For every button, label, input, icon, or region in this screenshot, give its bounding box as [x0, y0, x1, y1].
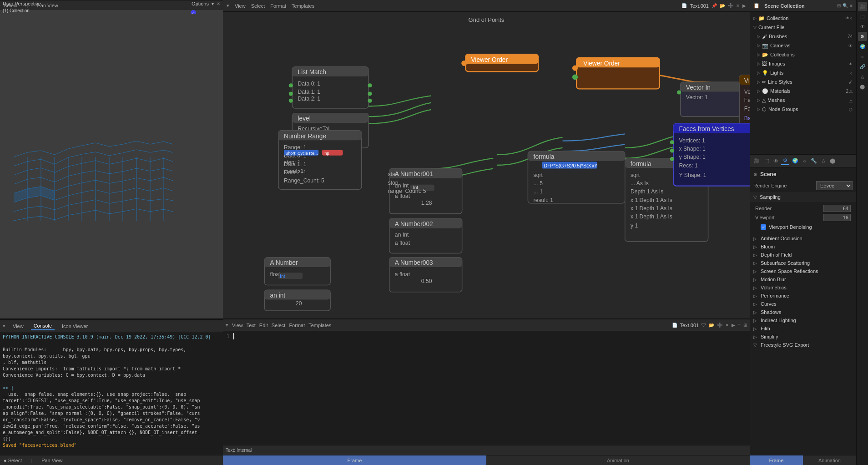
- right-icon-constraints[interactable]: 🔗: [858, 62, 867, 71]
- right-icon-view[interactable]: 👁: [858, 22, 867, 31]
- node-canvas[interactable]: Grid of Points: [223, 12, 750, 318]
- cameras-item[interactable]: ▷ 📷 Cameras 👁: [750, 41, 856, 50]
- te-templates[interactable]: Templates: [308, 323, 331, 328]
- console-menu-icon[interactable]: ▾: [3, 323, 5, 329]
- console-select[interactable]: ● Select: [4, 458, 22, 463]
- camera-eye[interactable]: 👁: [848, 44, 853, 48]
- te-new-icon[interactable]: ➕: [717, 323, 722, 328]
- frame-button[interactable]: Frame: [223, 455, 486, 465]
- materials-item[interactable]: ▷ ⚪ Materials 2 △: [750, 86, 856, 96]
- prop-tab-world[interactable]: 🌍: [790, 157, 800, 165]
- viewport-input[interactable]: [823, 214, 851, 221]
- te-delete-icon[interactable]: ✕: [725, 323, 729, 328]
- ne-open-icon[interactable]: 📂: [720, 3, 725, 8]
- close-icon[interactable]: ✕: [217, 1, 220, 6]
- prop-tab-modifier[interactable]: 🔧: [809, 157, 819, 165]
- performance-section[interactable]: ▷ Performance: [750, 292, 856, 300]
- ne-play-icon[interactable]: ▶: [742, 3, 746, 8]
- ne-delete-icon[interactable]: ✕: [736, 3, 740, 8]
- film-section[interactable]: ▷ Film: [750, 324, 856, 333]
- funnel-icon[interactable]: ≡: [850, 3, 853, 8]
- svg-text:Data 0: 1: Data 0: 1: [298, 81, 321, 87]
- frame-tab-button[interactable]: Frame: [750, 455, 803, 465]
- subsurface-scattering-section[interactable]: ▷ Subsurface Scattering: [750, 259, 856, 267]
- search-icon[interactable]: 🔍: [843, 3, 848, 8]
- prop-tab-scene[interactable]: ⚙: [781, 157, 789, 165]
- prop-tab-object[interactable]: ○: [801, 157, 808, 165]
- right-icon-output[interactable]: ⬚: [858, 12, 867, 21]
- denoising-row: ✓ Viewport Denoising: [755, 223, 851, 231]
- console-body[interactable]: PYTHON INTERACTIVE CONSOLE 3.10.9 (main,…: [0, 332, 223, 455]
- options-button[interactable]: Options: [192, 1, 209, 6]
- render-engine-select[interactable]: Eevee Cycles Workbench: [816, 181, 853, 190]
- svg-text:step: 1: step: 1: [284, 159, 301, 166]
- animation-button[interactable]: Animation: [486, 455, 750, 465]
- sampling-header[interactable]: ▽ Sampling: [750, 192, 856, 202]
- ne-pin-icon[interactable]: 📌: [712, 3, 717, 8]
- render-input[interactable]: [823, 205, 851, 212]
- depth-of-field-section[interactable]: ▷ Depth of Field: [750, 251, 856, 259]
- prop-tab-output[interactable]: ⬚: [762, 157, 771, 165]
- te-edit[interactable]: Edit: [259, 323, 268, 328]
- meshes-item[interactable]: ▷ △ Meshes △: [750, 96, 856, 105]
- console-pan-view[interactable]: Pan View: [41, 458, 62, 463]
- denoising-checkbox[interactable]: ✓: [761, 224, 766, 230]
- animation-tab-button[interactable]: Animation: [803, 455, 856, 465]
- te-format[interactable]: Format: [289, 323, 305, 328]
- prop-tab-render[interactable]: 🎥: [752, 157, 762, 165]
- simplify-section[interactable]: ▷ Simplify: [750, 333, 856, 341]
- select-action[interactable]: ○: [850, 16, 853, 20]
- right-icon-render[interactable]: 🎥: [858, 2, 867, 11]
- images-eye[interactable]: 👁: [848, 62, 853, 66]
- brushes-item[interactable]: ▷ 🖌 Brushes 74: [750, 32, 856, 41]
- screen-space-reflections-section[interactable]: ▷ Screen Space Reflections: [750, 267, 856, 275]
- text-editor-body[interactable]: 1: [223, 331, 750, 445]
- te-open-icon[interactable]: 📂: [709, 323, 714, 328]
- denoising-label: Viewport Denoising: [769, 224, 812, 230]
- te-select[interactable]: Select: [272, 323, 286, 328]
- right-icon-world[interactable]: 🌍: [858, 42, 867, 51]
- console-tab-icon-viewer[interactable]: Icon Viewer: [59, 323, 91, 330]
- collection-root-item[interactable]: ▷ 📁 Collection 👁 ○: [750, 14, 856, 23]
- ne-menu-icon[interactable]: ▾: [227, 3, 229, 9]
- te-shield-icon[interactable]: 🛡: [701, 323, 706, 328]
- shadows-section[interactable]: ▷ Shadows: [750, 308, 856, 316]
- ambient-occlusion-section[interactable]: ▷ Ambient Occlusion: [750, 234, 856, 243]
- indirect-lighting-section[interactable]: ▷ Indirect Lighting: [750, 316, 856, 324]
- motion-blur-section[interactable]: ▷ Motion Blur: [750, 275, 856, 283]
- volumetrics-section[interactable]: ▷ Volumetrics: [750, 283, 856, 292]
- lights-item[interactable]: ▷ 💡 Lights ○: [750, 68, 856, 77]
- ne-new-icon[interactable]: ➕: [728, 3, 733, 8]
- curves-section[interactable]: ▷ Curves: [750, 300, 856, 308]
- te-wrap-icon[interactable]: ⊞: [743, 323, 747, 328]
- console-tab-view[interactable]: View: [10, 323, 26, 330]
- bloom-section[interactable]: ▷ Bloom: [750, 243, 856, 251]
- options-chevron[interactable]: ▾: [212, 1, 214, 6]
- console-tab-console[interactable]: Console: [31, 322, 55, 330]
- line-styles-item[interactable]: ▷ ✏ Line Styles 🖊: [750, 77, 856, 86]
- right-icon-data[interactable]: △: [858, 72, 867, 81]
- prop-tab-data[interactable]: △: [820, 157, 827, 165]
- 3d-viewport[interactable]: [0, 14, 223, 318]
- filter-icon[interactable]: ⊞: [837, 3, 841, 8]
- te-list-icon[interactable]: ≡: [738, 323, 741, 328]
- current-file-item[interactable]: ▽ Current File: [750, 23, 856, 32]
- ne-select[interactable]: Select: [251, 3, 265, 9]
- te-view[interactable]: View: [232, 323, 243, 328]
- ne-templates[interactable]: Templates: [292, 3, 314, 9]
- eye-action[interactable]: 👁: [845, 16, 849, 20]
- prop-tab-view[interactable]: 👁: [772, 157, 780, 165]
- te-play-icon[interactable]: ▶: [732, 323, 735, 328]
- node-groups-item[interactable]: ▷ ⬡ Node Groups ⬡: [750, 105, 856, 114]
- te-menu-icon[interactable]: ▾: [226, 322, 228, 328]
- right-icon-scene[interactable]: ⚙: [858, 32, 867, 41]
- right-icon-material[interactable]: ⬤: [858, 82, 867, 91]
- right-icon-object[interactable]: ○: [858, 52, 867, 61]
- ne-format[interactable]: Format: [270, 3, 286, 9]
- freestyle-svg-export-section[interactable]: ▽ Freestyle SVG Export: [750, 341, 856, 349]
- te-text[interactable]: Text: [247, 323, 256, 328]
- collections-item[interactable]: ▷ 📂 Collections: [750, 50, 856, 59]
- images-item[interactable]: ▷ 🖼 Images 👁: [750, 59, 856, 68]
- prop-tab-material[interactable]: ⬤: [828, 157, 837, 165]
- ne-view[interactable]: View: [235, 3, 246, 9]
